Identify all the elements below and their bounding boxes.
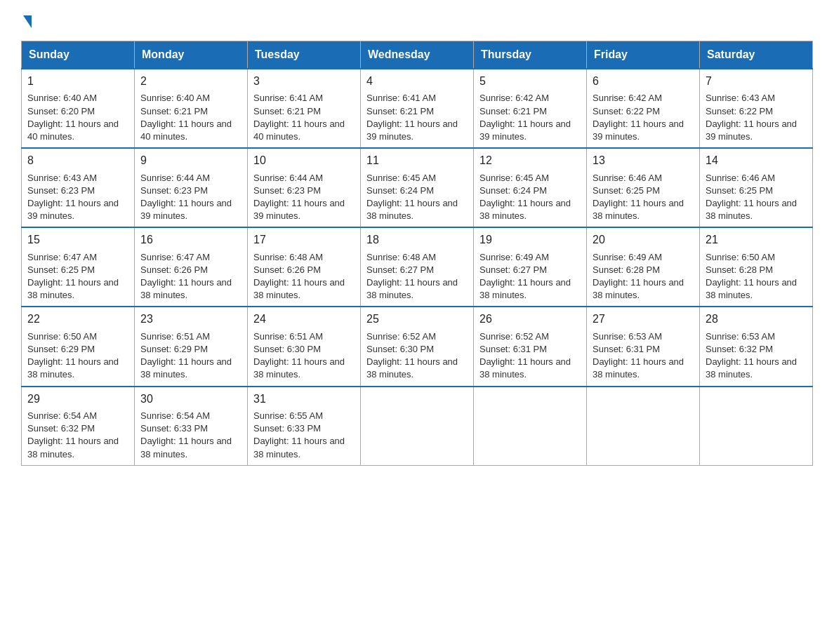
day-number: 3 [253,74,355,89]
day-info: Sunrise: 6:44 AM Sunset: 6:23 PM Dayligh… [253,172,355,223]
logo-arrow-icon [23,15,32,28]
day-number: 25 [366,311,468,327]
day-info: Sunrise: 6:44 AM Sunset: 6:23 PM Dayligh… [140,172,241,223]
day-number: 5 [479,74,581,89]
day-info: Sunrise: 6:52 AM Sunset: 6:31 PM Dayligh… [479,330,581,382]
calendar-cell: 16 Sunrise: 6:47 AM Sunset: 6:26 PM Dayl… [135,227,248,307]
calendar-cell: 8 Sunrise: 6:43 AM Sunset: 6:23 PM Dayli… [22,148,135,227]
calendar-cell: 9 Sunrise: 6:44 AM Sunset: 6:23 PM Dayli… [135,148,248,227]
day-number: 23 [140,311,241,327]
calendar-cell: 24 Sunrise: 6:51 AM Sunset: 6:30 PM Dayl… [248,307,361,386]
calendar-week-row: 8 Sunrise: 6:43 AM Sunset: 6:23 PM Dayli… [22,148,813,227]
day-number: 6 [593,74,694,89]
day-number: 20 [593,232,694,248]
day-number: 11 [366,153,468,168]
calendar-cell: 5 Sunrise: 6:42 AM Sunset: 6:21 PM Dayli… [474,69,587,148]
day-number: 27 [593,311,694,327]
calendar-cell: 19 Sunrise: 6:49 AM Sunset: 6:27 PM Dayl… [474,227,587,307]
calendar-cell: 17 Sunrise: 6:48 AM Sunset: 6:26 PM Dayl… [248,227,361,307]
day-info: Sunrise: 6:40 AM Sunset: 6:20 PM Dayligh… [27,92,128,143]
calendar-cell: 10 Sunrise: 6:44 AM Sunset: 6:23 PM Dayl… [248,148,361,227]
calendar-cell: 11 Sunrise: 6:45 AM Sunset: 6:24 PM Dayl… [361,148,474,227]
day-info: Sunrise: 6:48 AM Sunset: 6:26 PM Dayligh… [253,251,355,302]
calendar-cell: 29 Sunrise: 6:54 AM Sunset: 6:32 PM Dayl… [22,387,135,466]
calendar-cell: 25 Sunrise: 6:52 AM Sunset: 6:30 PM Dayl… [361,307,474,386]
day-info: Sunrise: 6:45 AM Sunset: 6:24 PM Dayligh… [479,172,581,223]
day-number: 19 [479,232,581,248]
calendar-header-friday: Friday [587,41,700,69]
day-info: Sunrise: 6:49 AM Sunset: 6:27 PM Dayligh… [479,251,581,302]
calendar-cell [474,387,587,466]
calendar-table: SundayMondayTuesdayWednesdayThursdayFrid… [21,41,813,466]
calendar-cell: 23 Sunrise: 6:51 AM Sunset: 6:29 PM Dayl… [135,307,248,386]
day-number: 2 [140,74,241,89]
day-info: Sunrise: 6:51 AM Sunset: 6:29 PM Dayligh… [140,330,241,382]
calendar-cell: 26 Sunrise: 6:52 AM Sunset: 6:31 PM Dayl… [474,307,587,386]
calendar-week-row: 1 Sunrise: 6:40 AM Sunset: 6:20 PM Dayli… [22,69,813,148]
day-number: 28 [706,311,807,327]
day-info: Sunrise: 6:53 AM Sunset: 6:31 PM Dayligh… [593,330,694,382]
day-info: Sunrise: 6:54 AM Sunset: 6:33 PM Dayligh… [140,410,241,461]
day-number: 10 [253,153,355,168]
day-info: Sunrise: 6:53 AM Sunset: 6:32 PM Dayligh… [706,330,807,382]
calendar-cell: 2 Sunrise: 6:40 AM Sunset: 6:21 PM Dayli… [135,69,248,148]
calendar-header-sunday: Sunday [22,41,135,69]
day-info: Sunrise: 6:43 AM Sunset: 6:23 PM Dayligh… [27,172,128,223]
day-number: 31 [253,391,355,407]
calendar-header-row: SundayMondayTuesdayWednesdayThursdayFrid… [22,41,813,69]
day-number: 9 [140,153,241,168]
day-info: Sunrise: 6:47 AM Sunset: 6:26 PM Dayligh… [140,251,241,302]
page-header [21,14,813,28]
day-number: 21 [706,232,807,248]
calendar-week-row: 15 Sunrise: 6:47 AM Sunset: 6:25 PM Dayl… [22,227,813,307]
day-number: 15 [27,232,128,248]
calendar-cell: 1 Sunrise: 6:40 AM Sunset: 6:20 PM Dayli… [22,69,135,148]
calendar-cell: 12 Sunrise: 6:45 AM Sunset: 6:24 PM Dayl… [474,148,587,227]
calendar-week-row: 29 Sunrise: 6:54 AM Sunset: 6:32 PM Dayl… [22,387,813,466]
day-info: Sunrise: 6:54 AM Sunset: 6:32 PM Dayligh… [27,410,128,461]
day-info: Sunrise: 6:52 AM Sunset: 6:30 PM Dayligh… [366,330,468,382]
day-info: Sunrise: 6:42 AM Sunset: 6:22 PM Dayligh… [593,92,694,143]
calendar-cell: 18 Sunrise: 6:48 AM Sunset: 6:27 PM Dayl… [361,227,474,307]
calendar-cell: 30 Sunrise: 6:54 AM Sunset: 6:33 PM Dayl… [135,387,248,466]
day-number: 18 [366,232,468,248]
calendar-cell: 7 Sunrise: 6:43 AM Sunset: 6:22 PM Dayli… [700,69,813,148]
day-info: Sunrise: 6:47 AM Sunset: 6:25 PM Dayligh… [27,251,128,302]
day-number: 17 [253,232,355,248]
day-info: Sunrise: 6:41 AM Sunset: 6:21 PM Dayligh… [253,92,355,143]
day-info: Sunrise: 6:45 AM Sunset: 6:24 PM Dayligh… [366,172,468,223]
calendar-header-monday: Monday [135,41,248,69]
day-info: Sunrise: 6:42 AM Sunset: 6:21 PM Dayligh… [479,92,581,143]
calendar-cell: 13 Sunrise: 6:46 AM Sunset: 6:25 PM Dayl… [587,148,700,227]
calendar-cell: 14 Sunrise: 6:46 AM Sunset: 6:25 PM Dayl… [700,148,813,227]
calendar-cell: 6 Sunrise: 6:42 AM Sunset: 6:22 PM Dayli… [587,69,700,148]
day-info: Sunrise: 6:50 AM Sunset: 6:29 PM Dayligh… [27,330,128,382]
day-number: 22 [27,311,128,327]
day-info: Sunrise: 6:46 AM Sunset: 6:25 PM Dayligh… [593,172,694,223]
day-number: 30 [140,391,241,407]
day-info: Sunrise: 6:55 AM Sunset: 6:33 PM Dayligh… [253,410,355,461]
calendar-header-saturday: Saturday [700,41,813,69]
day-number: 14 [706,153,807,168]
day-number: 13 [593,153,694,168]
calendar-cell: 28 Sunrise: 6:53 AM Sunset: 6:32 PM Dayl… [700,307,813,386]
day-number: 12 [479,153,581,168]
calendar-cell: 4 Sunrise: 6:41 AM Sunset: 6:21 PM Dayli… [361,69,474,148]
calendar-cell: 15 Sunrise: 6:47 AM Sunset: 6:25 PM Dayl… [22,227,135,307]
calendar-cell: 21 Sunrise: 6:50 AM Sunset: 6:28 PM Dayl… [700,227,813,307]
day-number: 4 [366,74,468,89]
calendar-cell: 20 Sunrise: 6:49 AM Sunset: 6:28 PM Dayl… [587,227,700,307]
day-info: Sunrise: 6:49 AM Sunset: 6:28 PM Dayligh… [593,251,694,302]
calendar-cell [700,387,813,466]
calendar-header-wednesday: Wednesday [361,41,474,69]
day-number: 8 [27,153,128,168]
calendar-week-row: 22 Sunrise: 6:50 AM Sunset: 6:29 PM Dayl… [22,307,813,386]
day-info: Sunrise: 6:43 AM Sunset: 6:22 PM Dayligh… [706,92,807,143]
day-info: Sunrise: 6:50 AM Sunset: 6:28 PM Dayligh… [706,251,807,302]
day-info: Sunrise: 6:40 AM Sunset: 6:21 PM Dayligh… [140,92,241,143]
day-info: Sunrise: 6:51 AM Sunset: 6:30 PM Dayligh… [253,330,355,382]
day-number: 26 [479,311,581,327]
calendar-cell [587,387,700,466]
day-info: Sunrise: 6:46 AM Sunset: 6:25 PM Dayligh… [706,172,807,223]
day-number: 29 [27,391,128,407]
